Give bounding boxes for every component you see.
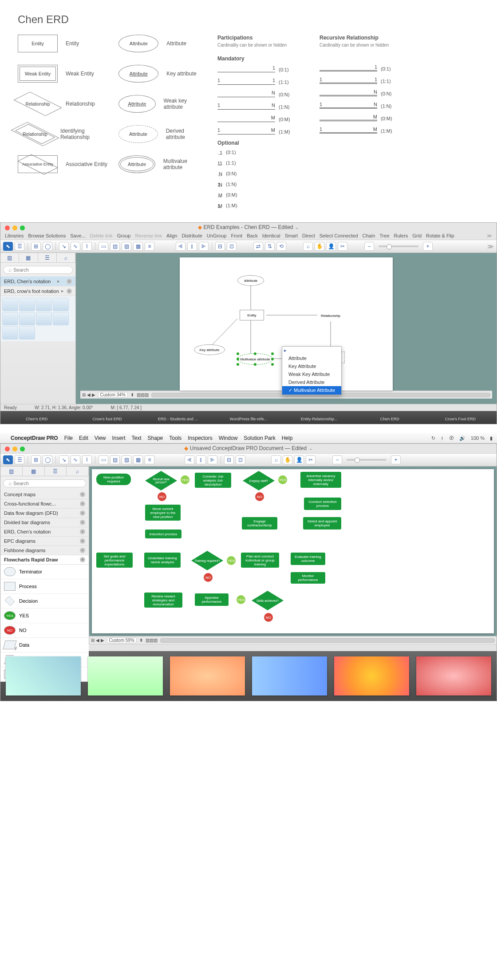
align-tool[interactable]: ≡ [145, 242, 154, 251]
menu-view[interactable]: View [95, 435, 106, 441]
library-item[interactable]: Data flow diagram (DFD)× [0, 509, 89, 518]
menu-window[interactable]: Window [219, 435, 238, 441]
zoom-in[interactable]: + [391, 455, 401, 464]
time-machine-icon[interactable]: ↻ [431, 435, 435, 441]
fc-evaluate[interactable]: Evaluate training outcome [291, 553, 325, 565]
shape-list-item[interactable]: YESYES [0, 609, 89, 623]
ctx-key-attribute[interactable]: Key Attribute [282, 362, 341, 370]
hand-tool[interactable]: ☰ [15, 242, 24, 251]
zoom-tool[interactable]: ⌕ [303, 242, 313, 251]
library-item[interactable]: ERD, Chen's notation× [0, 527, 89, 537]
menu-grid[interactable]: Grid [412, 233, 422, 239]
close-icon[interactable]: × [80, 548, 85, 553]
close-icon[interactable]: × [80, 492, 85, 497]
wifi-icon[interactable]: ⦿ [449, 435, 454, 441]
flowchart-canvas[interactable]: New position required Recruit new person… [92, 469, 494, 633]
window-minimize[interactable] [12, 225, 17, 230]
ctx-attribute[interactable]: Attribute [282, 354, 341, 362]
palette-shape[interactable] [36, 312, 52, 325]
crop-tool[interactable]: ✂ [338, 242, 347, 251]
user-tool[interactable]: 👤 [326, 242, 336, 251]
fc-yes-1[interactable]: YES [181, 475, 189, 484]
menu-save-[interactable]: Save... [70, 233, 85, 239]
rotate[interactable]: ⟲ [276, 242, 286, 251]
ctx-weak-key-attribute[interactable]: Weak Key Attribute [282, 370, 341, 378]
palette-shape[interactable] [19, 312, 35, 325]
page-nav[interactable]: ⊞ ◀ ▶ [82, 392, 95, 397]
close-icon[interactable]: × [80, 501, 85, 506]
fc-plan-conduct[interactable]: Plan and conduct individual or group tra… [241, 553, 279, 568]
fc-conduct-selection[interactable]: Conduct selection process [304, 498, 341, 510]
window-close[interactable] [5, 225, 10, 230]
menu-tools[interactable]: Tools [169, 435, 181, 441]
fc-no-4[interactable]: NO [264, 613, 273, 622]
zoom-slider[interactable] [347, 459, 387, 461]
menu-direct[interactable]: Direct [302, 233, 315, 239]
close-icon[interactable]: × [67, 279, 72, 284]
fc-recruit[interactable]: Recruit new person? [145, 471, 177, 490]
palette-shape[interactable] [2, 298, 18, 311]
battery-status[interactable]: 100 % [471, 435, 485, 441]
palette-shape[interactable] [2, 312, 18, 325]
fc-no-2[interactable]: NO [255, 492, 264, 501]
fc-consider[interactable]: Consider Job analysis Job description [195, 473, 231, 488]
canvas-relationship[interactable]: Relationship [317, 309, 344, 322]
template-thumb[interactable] [88, 656, 163, 695]
bluetooth-icon[interactable]: ᚼ [441, 435, 444, 441]
fc-training-required[interactable]: Training required? [191, 551, 223, 570]
ctx-derived-attribute[interactable]: Derived Attribute [282, 378, 341, 386]
shape-list-item[interactable]: Decision [0, 594, 89, 609]
palette-shape[interactable] [19, 326, 35, 340]
fill-tool[interactable]: ▨ [122, 242, 131, 251]
shape-list-item[interactable]: Terminator [0, 565, 89, 579]
canvas-attribute[interactable]: Attribute [237, 275, 264, 286]
menu-shape[interactable]: Shape [148, 435, 163, 441]
close-icon[interactable]: × [80, 557, 85, 562]
fc-skills[interactable]: Skills achieved? [252, 591, 284, 610]
menu-smart[interactable]: Smart [285, 233, 298, 239]
canvas-multivalue-selected[interactable]: Multivalue attribute [237, 353, 273, 365]
toggle-icon[interactable]: ▸ [61, 288, 64, 294]
menu-reverse-link[interactable]: Reverse link [135, 233, 162, 239]
library-item[interactable]: Fishbone diagrams× [0, 546, 89, 555]
toggle-icon[interactable]: ▸ [57, 278, 60, 284]
fc-set-goals[interactable]: Set goals and performance expectations [96, 553, 133, 568]
text-tool[interactable]: ⊞ [31, 242, 41, 251]
menu-back[interactable]: Back [247, 233, 257, 239]
side-tab-3[interactable]: ☰ [38, 253, 57, 262]
pointer-tool[interactable]: ⬉ [3, 455, 13, 464]
library-item[interactable]: Concept maps× [0, 490, 89, 499]
menu-solution-park[interactable]: Solution Park [244, 435, 275, 441]
pan-tool[interactable]: ✋ [315, 242, 324, 251]
line-tool[interactable]: ∿ [71, 242, 80, 251]
palette-shape[interactable] [36, 298, 52, 311]
zoom-out[interactable]: − [364, 242, 374, 251]
fc-select-appoint[interactable]: Select and appoint employee [303, 517, 341, 530]
close-icon[interactable]: × [80, 510, 85, 516]
menu-rulers[interactable]: Rulers [394, 233, 408, 239]
template-thumb[interactable] [170, 656, 245, 695]
context-menu-toggle[interactable]: ▸ [282, 347, 341, 354]
library-item[interactable]: Cross-functional flowc...× [0, 499, 89, 509]
canvas-key-attribute[interactable]: Key attribute [194, 344, 225, 355]
menu-delete-link[interactable]: Delete link [90, 233, 112, 239]
layers-tool[interactable]: ▤ [110, 242, 120, 251]
fc-yes-4[interactable]: YES [237, 595, 245, 604]
side-tab-4[interactable]: ⌕ [57, 253, 75, 262]
menu-expand[interactable]: ≫ [487, 233, 492, 239]
library-item[interactable]: Flowcharts Rapid Draw× [0, 555, 89, 565]
fc-undertake[interactable]: Undertake training needs analysis [144, 553, 181, 568]
window-maximize[interactable] [20, 225, 25, 230]
distribute-v[interactable]: ⊡ [227, 242, 237, 251]
close-icon[interactable]: × [67, 288, 72, 294]
curve-tool[interactable]: ⌇ [82, 242, 92, 251]
hscrollbar-2[interactable] [160, 638, 495, 643]
shape-tool[interactable]: ◯ [43, 242, 52, 251]
volume-icon[interactable]: 🔊 [459, 435, 465, 441]
menu-insert[interactable]: Insert [112, 435, 126, 441]
align-left[interactable]: ⫷ [176, 242, 185, 251]
stroke-tool[interactable]: ▦ [133, 242, 143, 251]
menu-rotate-flip[interactable]: Rotate & Flip [426, 233, 454, 239]
menu-inspectors[interactable]: Inspectors [188, 435, 212, 441]
fc-advertise[interactable]: Advertise vacancy internally and/or exte… [300, 472, 341, 488]
